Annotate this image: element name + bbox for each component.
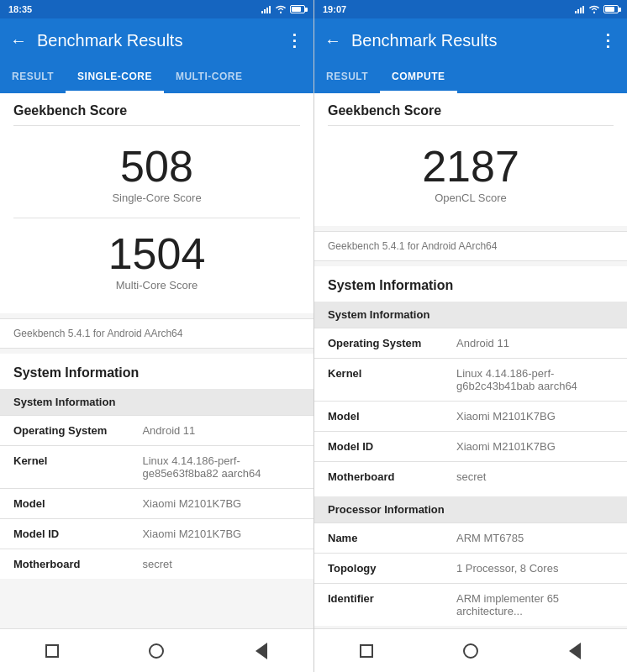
tab-multi-core[interactable]: MULTI-CORE [164,62,254,93]
info-row-kernel-right: Kernel Linux 4.14.186-perf-g6b2c43b41bab… [314,358,627,401]
score-label-opencl: OpenCL Score [328,192,614,204]
nav-back-left[interactable] [251,641,271,661]
signal-icon-right [575,5,585,13]
nav-home-right[interactable] [461,641,481,661]
label-modelid-left: Model ID [13,528,142,540]
tabs-left: RESULT SINGLE-CORE MULTI-CORE [0,62,314,93]
svg-rect-4 [575,11,577,13]
battery-icon [290,5,305,13]
system-info-right: System Information System Information Op… [314,266,627,626]
value-model-right: Xiaomi M2101K7BG [456,410,614,423]
score-label-multi: Multi-Core Score [13,279,300,291]
time-right: 19:07 [323,4,346,14]
back-button-right[interactable]: ← [324,31,341,50]
back-icon-left [256,643,267,659]
svg-rect-0 [261,11,263,13]
info-row-name-right: Name ARM MT6785 [314,522,627,553]
bottom-nav-left [0,628,314,672]
info-row-model-right: Model Xiaomi M2101K7BG [314,401,627,431]
value-motherboard-left: secret [142,558,300,570]
info-table-header-right: System Information [314,302,627,328]
tab-single-core[interactable]: SINGLE-CORE [66,62,164,93]
label-kernel-left: Kernel [13,454,142,467]
label-kernel-right: Kernel [328,367,456,380]
system-info-title-right: System Information [314,266,627,302]
label-name-right: Name [328,532,456,544]
svg-rect-1 [264,9,266,13]
score-value-single: 508 [13,144,300,188]
info-row-motherboard-left: Motherboard secret [0,549,314,579]
wifi-icon-right [588,5,600,13]
recents-icon-left [45,644,59,658]
back-icon-right [569,643,581,659]
toolbar-title-right: Benchmark Results [351,31,589,50]
info-row-modelid-right: Model ID Xiaomi M2101K7BG [314,431,627,461]
back-button-left[interactable]: ← [10,31,27,50]
label-os-left: Operating System [13,424,142,437]
content-left: Geekbench Score 508 Single-Core Score 15… [0,93,314,628]
info-row-os-right: Operating System Android 11 [314,328,627,358]
label-modelid-right: Model ID [328,440,456,453]
tab-result-right[interactable]: RESULT [314,62,380,93]
processor-info-header: Processor Information [314,496,627,522]
info-row-motherboard-right: Motherboard secret [314,461,627,491]
score-value-multi: 1504 [13,232,300,276]
toolbar-title-left: Benchmark Results [37,31,276,50]
value-name-right: ARM MT6785 [456,532,614,544]
value-model-left: Xiaomi M2101K7BG [142,497,300,510]
value-kernel-right: Linux 4.14.186-perf-g6b2c43b41bab aarch6… [456,367,614,392]
info-row-topology-right: Topology 1 Processor, 8 Cores [314,553,627,583]
panel-right: 19:07 ← Benchmark Results ⋮ RESULT C [314,0,627,672]
bottom-nav-right [314,628,627,672]
score-section-left: Geekbench Score 508 Single-Core Score 15… [0,93,314,313]
status-icons-right [575,5,619,13]
wifi-icon [275,5,287,13]
score-section-right: Geekbench Score 2187 OpenCL Score [314,93,627,226]
tab-compute[interactable]: COMPUTE [380,62,457,93]
value-topology-right: 1 Processor, 8 Cores [456,562,614,575]
info-table-header-left: System Information [0,389,314,415]
score-title-left: Geekbench Score [13,103,300,126]
status-bar-left: 18:35 [0,0,314,18]
score-title-right: Geekbench Score [328,103,614,126]
tab-result-left[interactable]: RESULT [0,62,66,93]
home-icon-right [463,643,478,659]
toolbar-right: ← Benchmark Results ⋮ [314,18,627,62]
score-block-single: 508 Single-Core Score [13,136,300,213]
label-model-left: Model [13,497,142,510]
system-info-title-left: System Information [0,354,314,389]
value-os-right: Android 11 [456,337,614,349]
value-modelid-right: Xiaomi M2101K7BG [456,440,614,453]
nav-back-right[interactable] [565,641,585,661]
more-button-right[interactable]: ⋮ [599,30,617,50]
status-icons-left [261,5,305,13]
content-right: Geekbench Score 2187 OpenCL Score Geekbe… [314,93,627,628]
label-motherboard-right: Motherboard [328,470,456,483]
info-row-identifier-right: Identifier ARM implementer 65 architectu… [314,583,627,626]
panel-left: 18:35 ← Benchmark Results ⋮ RESULT S [0,0,314,672]
nav-home-left[interactable] [146,641,166,661]
toolbar-left: ← Benchmark Results ⋮ [0,18,314,62]
nav-recents-left[interactable] [42,641,62,661]
label-motherboard-left: Motherboard [13,558,142,570]
value-os-left: Android 11 [142,424,300,437]
status-bar-right: 19:07 [314,0,627,18]
value-kernel-left: Linux 4.14.186-perf-ge85e63f8ba82 aarch6… [142,454,300,480]
more-button-left[interactable]: ⋮ [286,30,303,50]
value-motherboard-right: secret [456,470,614,483]
info-row-model-left: Model Xiaomi M2101K7BG [0,488,314,518]
signal-icon [261,5,271,13]
label-identifier-right: Identifier [328,592,456,605]
score-divider [13,218,300,218]
nav-recents-right[interactable] [356,641,377,661]
svg-rect-7 [582,6,584,13]
label-os-right: Operating System [328,337,456,349]
tabs-right: RESULT COMPUTE [314,62,627,93]
version-text-left: Geekbench 5.4.1 for Android AArch64 [0,318,314,349]
info-row-os-left: Operating System Android 11 [0,415,314,445]
recents-icon-right [360,644,373,658]
svg-rect-2 [266,8,268,13]
value-modelid-left: Xiaomi M2101K7BG [142,528,300,540]
score-label-single: Single-Core Score [13,192,300,204]
value-identifier-right: ARM implementer 65 architecture... [456,592,614,617]
